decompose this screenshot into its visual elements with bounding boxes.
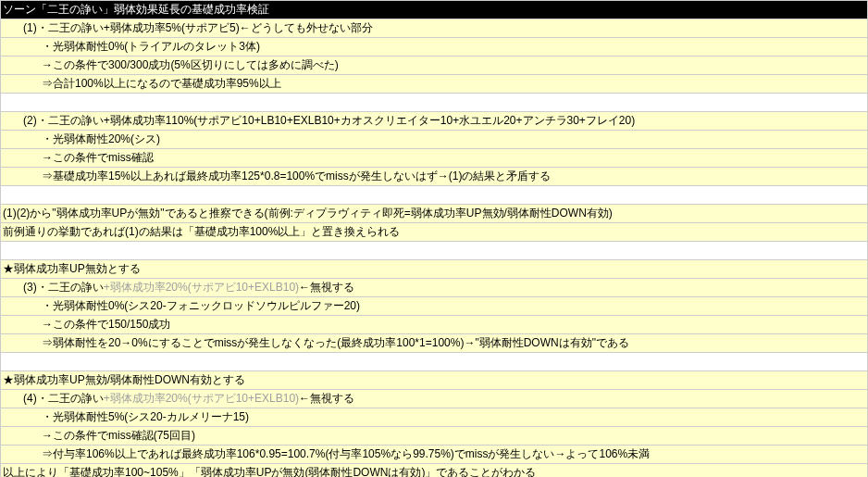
text-segment: →この条件でmiss確認(75回目) [42,429,195,442]
data-cell [1,242,868,260]
data-row: ⇒弱体耐性を20→0%にすることでmissが発生しなくなった(最終成功率100*… [1,334,868,353]
text-segment: ★弱体成功率UP無効とする [3,262,141,275]
data-row [1,353,868,371]
analysis-table: ソーン「二王の諍い」弱体効果延長の基礎成功率検証 (1)・二王の諍い+弱体成功率… [0,0,868,477]
data-row: ⇒基礎成功率15%以上あれば最終成功率125*0.8=100%でmissが発生し… [1,168,868,186]
text-segment: ・光弱体耐性0%(トライアルのタレット3体) [42,40,260,53]
data-row: (2)・二王の諍い+弱体成功率110%(サポアビ10+LB10+EXLB10+カ… [1,112,868,131]
data-cell [1,186,868,205]
data-row: 前例通りの挙動であれば(1)の結果は「基礎成功率100%以上」と置き換えられる [1,223,868,242]
data-cell: ⇒付与率106%以上であれば最終成功率106*0.95=100.7%(付与率10… [1,446,868,464]
text-segment: ⇒付与率106%以上であれば最終成功率106*0.95=100.7%(付与率10… [42,447,650,460]
data-cell: (1)・二王の諍い+弱体成功率5%(サポアビ5)←どうしても外せない部分 [1,19,868,38]
data-cell: ★弱体成功率UP無効とする [1,260,868,279]
text-segment: (2)・二王の諍い+弱体成功率110%(サポアビ10+LB10+EXLB10+カ… [23,114,635,127]
data-row [1,186,868,205]
data-cell: (2)・二王の諍い+弱体成功率110%(サポアビ10+LB10+EXLB10+カ… [1,112,868,131]
data-cell: →この条件でmiss確認(75回目) [1,427,868,446]
data-cell: ・光弱体耐性5%(シス20-カルメリーナ15) [1,408,868,427]
data-cell: ⇒基礎成功率15%以上あれば最終成功率125*0.8=100%でmissが発生し… [1,168,868,186]
text-segment: (1)・二王の諍い+弱体成功率5%(サポアビ5)←どうしても外せない部分 [23,21,373,34]
data-cell: ⇒弱体耐性を20→0%にすることでmissが発生しなくなった(最終成功率100*… [1,334,868,353]
text-segment: ・光弱体耐性5%(シス20-カルメリーナ15) [42,410,249,423]
text-segment: ⇒弱体耐性を20→0%にすることでmissが発生しなくなった(最終成功率100*… [42,336,629,349]
text-segment: ←無視する [299,281,354,294]
data-cell: →この条件で150/150成功 [1,316,868,334]
data-cell: ・光弱体耐性0%(シス20-フォニックロッドソウルピルファー20) [1,297,868,316]
data-row: 以上により「基礎成功率100~105%」「弱体成功率UPが無効(弱体耐性DOWN… [1,464,868,478]
data-cell: (3)・二王の諍い+弱体成功率20%(サポアビ10+EXLB10)←無視する [1,279,868,297]
data-row: ★弱体成功率UP無効/弱体耐性DOWN有効とする [1,371,868,390]
text-segment: 以上により「基礎成功率100~105%」「弱体成功率UPが無効(弱体耐性DOWN… [3,466,536,477]
data-row: →この条件で150/150成功 [1,316,868,334]
text-segment: ⇒合計100%以上になるので基礎成功率95%以上 [42,77,281,90]
data-row: ・光弱体耐性0%(シス20-フォニックロッドソウルピルファー20) [1,297,868,316]
text-segment: ・光弱体耐性20%(シス) [42,132,160,145]
data-row: ・光弱体耐性0%(トライアルのタレット3体) [1,38,868,56]
text-segment: ・光弱体耐性0%(シス20-フォニックロッドソウルピルファー20) [42,299,360,312]
data-row [1,242,868,260]
data-row: ・光弱体耐性5%(シス20-カルメリーナ15) [1,408,868,427]
text-segment: (1)(2)から"弱体成功率UPが無効"であると推察できる(前例:ディプラヴィテ… [3,207,613,220]
text-segment: (3)・二王の諍い [23,281,104,294]
data-cell: →この条件で300/300成功(5%区切りにしては多めに調べた) [1,56,868,75]
data-row: (3)・二王の諍い+弱体成功率20%(サポアビ10+EXLB10)←無視する [1,279,868,297]
text-segment: →この条件で300/300成功(5%区切りにしては多めに調べた) [42,58,339,71]
title-cell: ソーン「二王の諍い」弱体効果延長の基礎成功率検証 [1,1,868,19]
text-segment: →この条件でmiss確認 [42,151,154,164]
text-segment: (4)・二王の諍い [23,392,104,405]
data-cell [1,353,868,371]
data-cell: ⇒合計100%以上になるので基礎成功率95%以上 [1,75,868,94]
text-segment: ⇒基礎成功率15%以上あれば最終成功率125*0.8=100%でmissが発生し… [42,169,551,182]
text-segment: 前例通りの挙動であれば(1)の結果は「基礎成功率100%以上」と置き換えられる [3,225,400,238]
text-segment: ★弱体成功率UP無効/弱体耐性DOWN有効とする [3,373,245,386]
data-row: ★弱体成功率UP無効とする [1,260,868,279]
data-row: ・光弱体耐性20%(シス) [1,131,868,149]
header-row: ソーン「二王の諍い」弱体効果延長の基礎成功率検証 [1,1,868,19]
data-cell: (1)(2)から"弱体成功率UPが無効"であると推察できる(前例:ディプラヴィテ… [1,205,868,223]
data-row: (4)・二王の諍い+弱体成功率20%(サポアビ10+EXLB10)←無視する [1,390,868,408]
text-segment: +弱体成功率20%(サポアビ10+EXLB10) [104,281,299,294]
data-row: (1)・二王の諍い+弱体成功率5%(サポアビ5)←どうしても外せない部分 [1,19,868,38]
data-cell: 以上により「基礎成功率100~105%」「弱体成功率UPが無効(弱体耐性DOWN… [1,464,868,478]
data-cell: ★弱体成功率UP無効/弱体耐性DOWN有効とする [1,371,868,390]
data-cell: (4)・二王の諍い+弱体成功率20%(サポアビ10+EXLB10)←無視する [1,390,868,408]
data-row: →この条件で300/300成功(5%区切りにしては多めに調べた) [1,56,868,75]
data-cell [1,94,868,112]
text-segment: ←無視する [299,392,354,405]
data-row: →この条件でmiss確認 [1,149,868,168]
data-cell: ・光弱体耐性20%(シス) [1,131,868,149]
data-cell: →この条件でmiss確認 [1,149,868,168]
text-segment: →この条件で150/150成功 [42,318,170,331]
data-cell: ・光弱体耐性0%(トライアルのタレット3体) [1,38,868,56]
data-row [1,94,868,112]
text-segment: +弱体成功率20%(サポアビ10+EXLB10) [104,392,299,405]
data-row: ⇒付与率106%以上であれば最終成功率106*0.95=100.7%(付与率10… [1,446,868,464]
data-cell: 前例通りの挙動であれば(1)の結果は「基礎成功率100%以上」と置き換えられる [1,223,868,242]
data-row: →この条件でmiss確認(75回目) [1,427,868,446]
data-row: (1)(2)から"弱体成功率UPが無効"であると推察できる(前例:ディプラヴィテ… [1,205,868,223]
data-row: ⇒合計100%以上になるので基礎成功率95%以上 [1,75,868,94]
